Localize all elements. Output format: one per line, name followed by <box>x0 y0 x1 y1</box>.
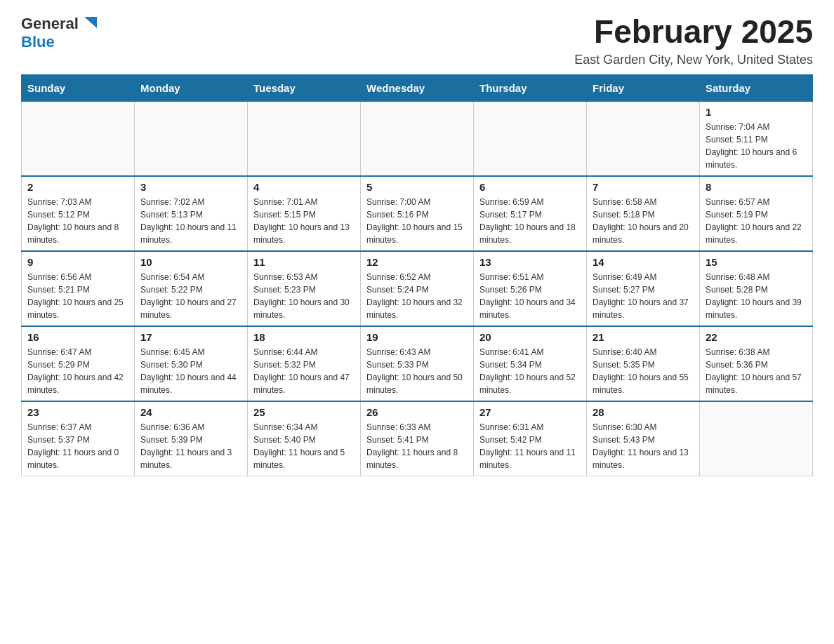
calendar-body: 1Sunrise: 7:04 AMSunset: 5:11 PMDaylight… <box>22 101 813 476</box>
day-number: 28 <box>593 406 694 418</box>
day-info: Sunrise: 6:34 AMSunset: 5:40 PMDaylight:… <box>253 421 355 471</box>
day-info: Sunrise: 6:58 AMSunset: 5:18 PMDaylight:… <box>593 196 694 246</box>
day-number: 22 <box>706 331 807 343</box>
day-info: Sunrise: 6:47 AMSunset: 5:29 PMDaylight:… <box>27 346 128 396</box>
calendar-cell <box>135 101 248 176</box>
day-info: Sunrise: 7:02 AMSunset: 5:13 PMDaylight:… <box>140 196 241 246</box>
calendar-cell: 23Sunrise: 6:37 AMSunset: 5:37 PMDayligh… <box>22 401 135 476</box>
day-info: Sunrise: 6:49 AMSunset: 5:27 PMDaylight:… <box>593 271 694 321</box>
calendar-cell <box>248 101 361 176</box>
logo-blue-text: Blue <box>21 34 100 51</box>
day-info: Sunrise: 6:37 AMSunset: 5:37 PMDaylight:… <box>27 421 128 471</box>
weekday-header-row: SundayMondayTuesdayWednesdayThursdayFrid… <box>22 74 813 101</box>
day-number: 1 <box>706 106 807 118</box>
day-number: 7 <box>593 181 694 193</box>
day-number: 23 <box>27 406 128 418</box>
calendar-cell: 17Sunrise: 6:45 AMSunset: 5:30 PMDayligh… <box>135 326 248 401</box>
calendar-table: SundayMondayTuesdayWednesdayThursdayFrid… <box>21 74 813 476</box>
day-number: 17 <box>140 331 241 343</box>
day-number: 8 <box>706 181 807 193</box>
day-info: Sunrise: 6:31 AMSunset: 5:42 PMDaylight:… <box>479 421 581 471</box>
page-header: General Blue February 2025 East Garden C… <box>21 14 813 67</box>
calendar-cell: 12Sunrise: 6:52 AMSunset: 5:24 PMDayligh… <box>361 251 474 326</box>
day-number: 26 <box>366 406 468 418</box>
day-info: Sunrise: 6:44 AMSunset: 5:32 PMDaylight:… <box>253 346 355 396</box>
day-number: 4 <box>253 181 355 193</box>
day-info: Sunrise: 6:45 AMSunset: 5:30 PMDaylight:… <box>140 346 241 396</box>
day-info: Sunrise: 7:04 AMSunset: 5:11 PMDaylight:… <box>706 121 807 171</box>
day-number: 18 <box>253 331 355 343</box>
calendar-cell: 14Sunrise: 6:49 AMSunset: 5:27 PMDayligh… <box>587 251 700 326</box>
calendar-cell <box>587 101 700 176</box>
day-number: 11 <box>253 256 355 268</box>
day-info: Sunrise: 6:36 AMSunset: 5:39 PMDaylight:… <box>140 421 241 471</box>
day-number: 12 <box>366 256 468 268</box>
calendar-week-row: 16Sunrise: 6:47 AMSunset: 5:29 PMDayligh… <box>22 326 813 401</box>
calendar-cell: 5Sunrise: 7:00 AMSunset: 5:16 PMDaylight… <box>361 176 474 251</box>
calendar-week-row: 2Sunrise: 7:03 AMSunset: 5:12 PMDaylight… <box>22 176 813 251</box>
calendar-week-row: 23Sunrise: 6:37 AMSunset: 5:37 PMDayligh… <box>22 401 813 476</box>
calendar-cell: 9Sunrise: 6:56 AMSunset: 5:21 PMDaylight… <box>22 251 135 326</box>
calendar-cell: 16Sunrise: 6:47 AMSunset: 5:29 PMDayligh… <box>22 326 135 401</box>
weekday-header-wednesday: Wednesday <box>361 74 474 101</box>
calendar-cell: 1Sunrise: 7:04 AMSunset: 5:11 PMDaylight… <box>700 101 813 176</box>
calendar-cell <box>22 101 135 176</box>
day-number: 16 <box>27 331 128 343</box>
weekday-header-saturday: Saturday <box>700 74 813 101</box>
day-info: Sunrise: 7:01 AMSunset: 5:15 PMDaylight:… <box>253 196 355 246</box>
calendar-cell: 3Sunrise: 7:02 AMSunset: 5:13 PMDaylight… <box>135 176 248 251</box>
weekday-header-tuesday: Tuesday <box>248 74 361 101</box>
logo-triangle-icon <box>80 14 100 34</box>
day-info: Sunrise: 6:53 AMSunset: 5:23 PMDaylight:… <box>253 271 355 321</box>
day-info: Sunrise: 6:40 AMSunset: 5:35 PMDaylight:… <box>593 346 694 396</box>
calendar-subtitle: East Garden City, New York, United State… <box>574 53 813 67</box>
day-number: 5 <box>366 181 468 193</box>
day-info: Sunrise: 6:56 AMSunset: 5:21 PMDaylight:… <box>27 271 128 321</box>
calendar-cell: 4Sunrise: 7:01 AMSunset: 5:15 PMDaylight… <box>248 176 361 251</box>
calendar-cell: 19Sunrise: 6:43 AMSunset: 5:33 PMDayligh… <box>361 326 474 401</box>
calendar-cell: 21Sunrise: 6:40 AMSunset: 5:35 PMDayligh… <box>587 326 700 401</box>
calendar-title: February 2025 <box>574 14 813 50</box>
day-number: 13 <box>479 256 581 268</box>
calendar-week-row: 1Sunrise: 7:04 AMSunset: 5:11 PMDaylight… <box>22 101 813 176</box>
title-area: February 2025 East Garden City, New York… <box>574 14 813 67</box>
day-number: 2 <box>27 181 128 193</box>
day-number: 10 <box>140 256 241 268</box>
weekday-header-friday: Friday <box>587 74 700 101</box>
day-info: Sunrise: 6:30 AMSunset: 5:43 PMDaylight:… <box>593 421 694 471</box>
calendar-cell: 22Sunrise: 6:38 AMSunset: 5:36 PMDayligh… <box>700 326 813 401</box>
calendar-cell: 7Sunrise: 6:58 AMSunset: 5:18 PMDaylight… <box>587 176 700 251</box>
calendar-header: SundayMondayTuesdayWednesdayThursdayFrid… <box>22 74 813 101</box>
weekday-header-thursday: Thursday <box>474 74 587 101</box>
day-number: 24 <box>140 406 241 418</box>
weekday-header-monday: Monday <box>135 74 248 101</box>
calendar-cell: 20Sunrise: 6:41 AMSunset: 5:34 PMDayligh… <box>474 326 587 401</box>
day-number: 20 <box>479 331 581 343</box>
day-info: Sunrise: 6:52 AMSunset: 5:24 PMDaylight:… <box>366 271 468 321</box>
calendar-cell <box>361 101 474 176</box>
calendar-cell: 2Sunrise: 7:03 AMSunset: 5:12 PMDaylight… <box>22 176 135 251</box>
calendar-cell <box>700 401 813 476</box>
day-info: Sunrise: 6:51 AMSunset: 5:26 PMDaylight:… <box>479 271 581 321</box>
calendar-cell: 10Sunrise: 6:54 AMSunset: 5:22 PMDayligh… <box>135 251 248 326</box>
day-info: Sunrise: 6:41 AMSunset: 5:34 PMDaylight:… <box>479 346 581 396</box>
calendar-cell: 13Sunrise: 6:51 AMSunset: 5:26 PMDayligh… <box>474 251 587 326</box>
calendar-cell <box>474 101 587 176</box>
calendar-cell: 18Sunrise: 6:44 AMSunset: 5:32 PMDayligh… <box>248 326 361 401</box>
day-info: Sunrise: 6:33 AMSunset: 5:41 PMDaylight:… <box>366 421 468 471</box>
day-number: 21 <box>593 331 694 343</box>
logo-general-text: General <box>21 15 79 32</box>
weekday-header-sunday: Sunday <box>22 74 135 101</box>
day-number: 9 <box>27 256 128 268</box>
calendar-cell: 11Sunrise: 6:53 AMSunset: 5:23 PMDayligh… <box>248 251 361 326</box>
day-info: Sunrise: 6:57 AMSunset: 5:19 PMDaylight:… <box>706 196 807 246</box>
day-info: Sunrise: 7:00 AMSunset: 5:16 PMDaylight:… <box>366 196 468 246</box>
calendar-cell: 27Sunrise: 6:31 AMSunset: 5:42 PMDayligh… <box>474 401 587 476</box>
calendar-cell: 24Sunrise: 6:36 AMSunset: 5:39 PMDayligh… <box>135 401 248 476</box>
day-number: 6 <box>479 181 581 193</box>
calendar-cell: 25Sunrise: 6:34 AMSunset: 5:40 PMDayligh… <box>248 401 361 476</box>
day-number: 27 <box>479 406 581 418</box>
day-info: Sunrise: 6:54 AMSunset: 5:22 PMDaylight:… <box>140 271 241 321</box>
day-info: Sunrise: 7:03 AMSunset: 5:12 PMDaylight:… <box>27 196 128 246</box>
day-info: Sunrise: 6:43 AMSunset: 5:33 PMDaylight:… <box>366 346 468 396</box>
